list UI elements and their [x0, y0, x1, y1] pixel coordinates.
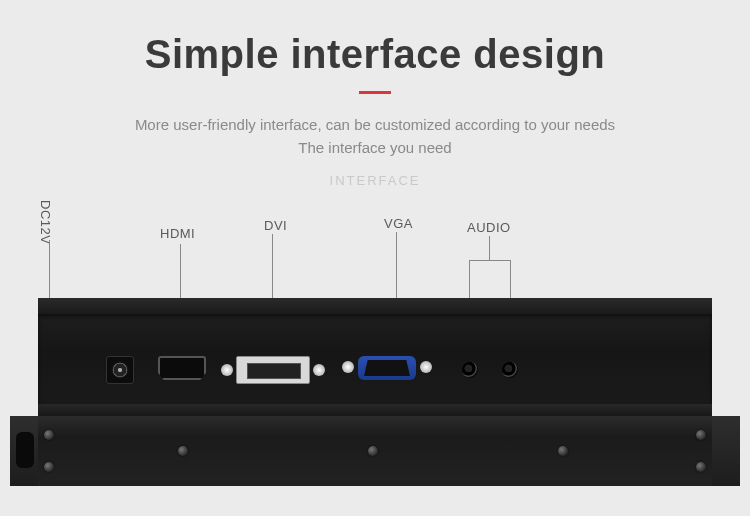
audio-jack-2 — [502, 362, 518, 378]
label-dc12v: DC12V — [38, 200, 53, 244]
screw-icon — [44, 462, 54, 472]
label-dvi: DVI — [264, 218, 287, 233]
dvi-port — [236, 356, 310, 384]
mounting-slot-left — [16, 432, 34, 468]
screw-icon — [696, 430, 706, 440]
device-bottom-edge — [38, 404, 712, 416]
subtitle-line-2: The interface you need — [0, 137, 750, 160]
leader-line-audio-stem — [489, 236, 490, 260]
label-audio: AUDIO — [467, 220, 511, 235]
screw-icon — [558, 446, 568, 456]
mounting-slot-right — [716, 432, 734, 468]
title-underline — [359, 91, 391, 94]
hdmi-port — [158, 356, 206, 380]
device-rear-panel — [38, 298, 712, 484]
section-eyebrow: INTERFACE — [0, 173, 750, 188]
label-hdmi: HDMI — [160, 226, 195, 241]
dc-jack-port — [106, 356, 134, 384]
screw-icon — [44, 430, 54, 440]
label-vga: VGA — [384, 216, 413, 231]
header: Simple interface design More user-friend… — [0, 0, 750, 188]
device-top-edge — [38, 298, 712, 314]
vga-port — [358, 356, 416, 380]
screw-icon — [368, 446, 378, 456]
device-body — [38, 314, 712, 404]
page-title: Simple interface design — [0, 32, 750, 77]
screw-icon — [696, 462, 706, 472]
mounting-flange — [38, 416, 712, 486]
screw-icon — [178, 446, 188, 456]
audio-jack-1 — [462, 362, 478, 378]
leader-line-audio-top — [469, 260, 511, 261]
subtitle-line-1: More user-friendly interface, can be cus… — [0, 114, 750, 137]
